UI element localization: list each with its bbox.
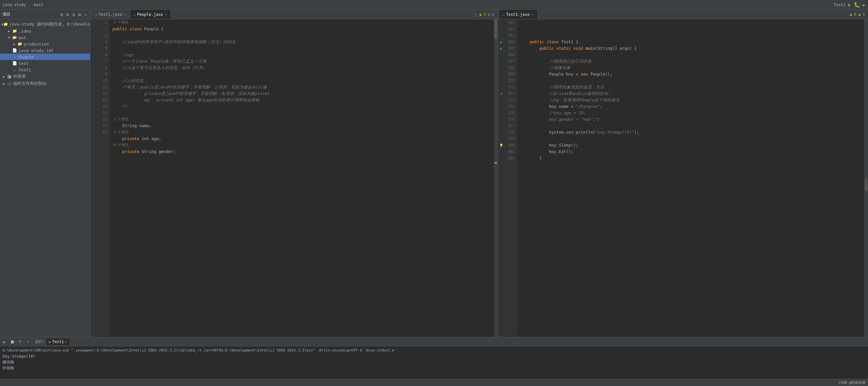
code-line-1: public class People { bbox=[113, 26, 491, 32]
left-scroll-track[interactable] bbox=[494, 20, 498, 337]
top-title: java-study bbox=[3, 3, 26, 7]
run-icon[interactable]: ▶ bbox=[848, 2, 851, 8]
out-label: out bbox=[19, 35, 26, 40]
code-line-8 bbox=[113, 71, 491, 77]
scroll-btn[interactable]: ↓ bbox=[25, 339, 31, 345]
gutter-5 bbox=[91, 45, 97, 51]
run-tab[interactable]: ▶ Test1 × bbox=[46, 339, 69, 345]
code-line-18 bbox=[113, 155, 491, 162]
usage-hint-16: 2 个用法 bbox=[113, 129, 491, 136]
left-line-numbers: 1 2 3 4 5 6 7 8 9 10 11 12 13 14 15 16 1 bbox=[97, 20, 110, 337]
left-code-editor[interactable]: 1 2 3 4 5 6 7 8 9 10 11 12 13 14 15 16 1 bbox=[91, 20, 498, 337]
r-gutter-381 bbox=[498, 148, 504, 155]
sort-icon[interactable]: ⇅ bbox=[72, 11, 75, 18]
left-tab-people-close[interactable]: × bbox=[164, 12, 168, 16]
r-line-377 bbox=[520, 122, 862, 129]
gutter-14 bbox=[91, 103, 97, 110]
hide-icon[interactable]: — bbox=[84, 11, 88, 18]
sidebar-item-out[interactable]: ▼ 📂 out bbox=[0, 34, 90, 41]
right-line-numbers: 361 362 363 364 365 366 367 368 369 370 … bbox=[504, 20, 517, 337]
debug-icon[interactable]: 🐛 bbox=[854, 2, 860, 8]
tree-root[interactable]: ▼ 📁 java-study 源代码根目录, D:\Development\JA… bbox=[0, 21, 90, 28]
sidebar-item-extlibs[interactable]: ▶ 📚 外部库 bbox=[0, 73, 90, 80]
r-line-368: //创建对象 bbox=[520, 65, 862, 71]
right-code-editor[interactable]: ▶ ▶ ⚬ 💡 bbox=[498, 20, 868, 337]
right-code-content[interactable]: public class Test1 { public static void … bbox=[517, 20, 864, 337]
code-line-2 bbox=[113, 32, 491, 39]
gutter-16 bbox=[91, 116, 97, 122]
r-gutter-361 bbox=[498, 20, 504, 26]
r-gutter-377 bbox=[498, 122, 504, 129]
code-line-12: eg: private int age; 那么age在别的类中调用就会报错 bbox=[113, 97, 491, 103]
right-tab-bar: ☕ Test1.java × ▲ 6 ▲ 1 bbox=[498, 10, 868, 20]
settings-icon[interactable]: ⚙ bbox=[78, 11, 82, 18]
code-line-6: //一个class People类：即自己定义一个类 bbox=[113, 58, 491, 65]
r-line-382: } bbox=[520, 155, 862, 162]
right-warnings: ▲ 6 ▲ 1 bbox=[850, 12, 865, 16]
sidebar-item-iml[interactable]: 📄 java-study.iml bbox=[0, 47, 90, 54]
out-folder-icon: 📂 bbox=[12, 35, 18, 40]
gutter-7 bbox=[91, 58, 97, 65]
usage-hint-top: 2 个用法 bbox=[113, 20, 491, 26]
test1-icon: ☕ bbox=[12, 67, 18, 72]
r-line-372: //privat和public修饰的区别： bbox=[520, 91, 862, 97]
r-gutter-375 bbox=[498, 110, 504, 116]
left-tab-test1-label: Test1.java bbox=[99, 12, 122, 17]
sidebar-item-scratch[interactable]: ▶ 🗂 临时文件和控制台 bbox=[0, 80, 90, 87]
r-line-365: public static void main(String[] args) { bbox=[520, 45, 862, 51]
r-line-362 bbox=[520, 26, 862, 32]
r-gutter-364[interactable]: ▶ bbox=[498, 39, 504, 45]
code-line-3: //java中的类等同于c语言中的结构体和函数（方法）的结合 bbox=[113, 39, 491, 45]
r-line-375: /*boy.age = 18; bbox=[520, 110, 862, 116]
r-gutter-374 bbox=[498, 103, 504, 110]
root-icon: 📁 bbox=[3, 22, 8, 27]
left-tab-test1-close[interactable]: × bbox=[123, 12, 127, 16]
run2-icon[interactable]: ▶ bbox=[863, 2, 865, 7]
sidebar-item-production[interactable]: ▶ 📁 production bbox=[0, 41, 90, 47]
r-gutter-365[interactable]: ▶ bbox=[498, 45, 504, 51]
r-gutter-380[interactable]: 💡 bbox=[498, 142, 504, 148]
r-gutter-372: ⚬ bbox=[498, 91, 504, 97]
r-line-371: //调用对象里面的成员、方法 bbox=[520, 84, 862, 91]
left-code-content[interactable]: 2 个用法 public class People { //java中的类等同于… bbox=[110, 20, 494, 337]
gutter-8 bbox=[91, 65, 97, 71]
left-tab-people[interactable]: ☕ People.java × bbox=[130, 10, 171, 19]
run-tab-close[interactable]: × bbox=[65, 340, 67, 343]
left-nav-up[interactable]: ∧ bbox=[488, 12, 490, 17]
r-line-380: boy.Sleep(); bbox=[520, 142, 862, 148]
gutter-3 bbox=[91, 32, 97, 39]
gutter-18 bbox=[91, 129, 97, 136]
r-line-369: People boy = new People(); bbox=[520, 71, 862, 77]
run-config-label: Test1 bbox=[834, 3, 845, 7]
right-scroll-track[interactable] bbox=[864, 20, 868, 337]
run-bottom-btn[interactable]: ▶ bbox=[1, 339, 8, 345]
right-tab-test1[interactable]: ☕ Test1.java × bbox=[499, 10, 538, 19]
add-icon[interactable]: ⊕ bbox=[60, 11, 64, 18]
people-icon: ☕ bbox=[12, 54, 18, 59]
sidebar-item-idea[interactable]: ▶ 📁 .idea bbox=[0, 28, 90, 34]
root-label: java-study 源代码根目录, D:\Development\JAVA_C… bbox=[9, 21, 90, 27]
r-line-376: boy.gender = "nan";*/ bbox=[520, 116, 862, 122]
r-line-363 bbox=[520, 32, 862, 39]
sidebar-item-people[interactable]: ☕ People bbox=[0, 54, 90, 60]
sidebar-item-test[interactable]: 📄 test bbox=[0, 60, 90, 67]
rerun-btn[interactable]: ⟳ bbox=[17, 339, 23, 345]
left-tab-actions: ⋮ ▲ 3 ∧ ∨ bbox=[473, 12, 496, 17]
left-nav-down[interactable]: ∨ bbox=[492, 12, 494, 17]
bottom-toolbar: ▶ ⏹ ⟳ ↓ 运行: ▶ Test1 × bbox=[0, 337, 868, 346]
left-tab-test1[interactable]: ☕ Test1.java × bbox=[92, 10, 130, 19]
branch-name: main bbox=[34, 3, 43, 7]
status-right: CSDN @吃啥你嗦 bbox=[838, 380, 865, 385]
test-label: test bbox=[19, 61, 28, 66]
left-warnings: ▲ 3 bbox=[479, 12, 486, 16]
right-tab-test1-close[interactable]: × bbox=[531, 12, 534, 16]
right-tab-test1-icon: ☕ bbox=[502, 12, 505, 17]
r-line-367: //调用我们自己写的类 bbox=[520, 58, 862, 65]
run-tab-icon: ▶ bbox=[49, 340, 51, 344]
sidebar-item-test1[interactable]: ☕ Test1 bbox=[0, 67, 90, 73]
left-tab-more[interactable]: ⋮ bbox=[473, 12, 477, 17]
stop-bottom-btn[interactable]: ⏹ bbox=[9, 339, 16, 345]
collapse-icon[interactable]: ≡ bbox=[66, 11, 69, 18]
run-output-0: boy.SteAge(10) bbox=[3, 353, 865, 359]
usage-hint-15: 1 个用法 bbox=[113, 116, 491, 122]
